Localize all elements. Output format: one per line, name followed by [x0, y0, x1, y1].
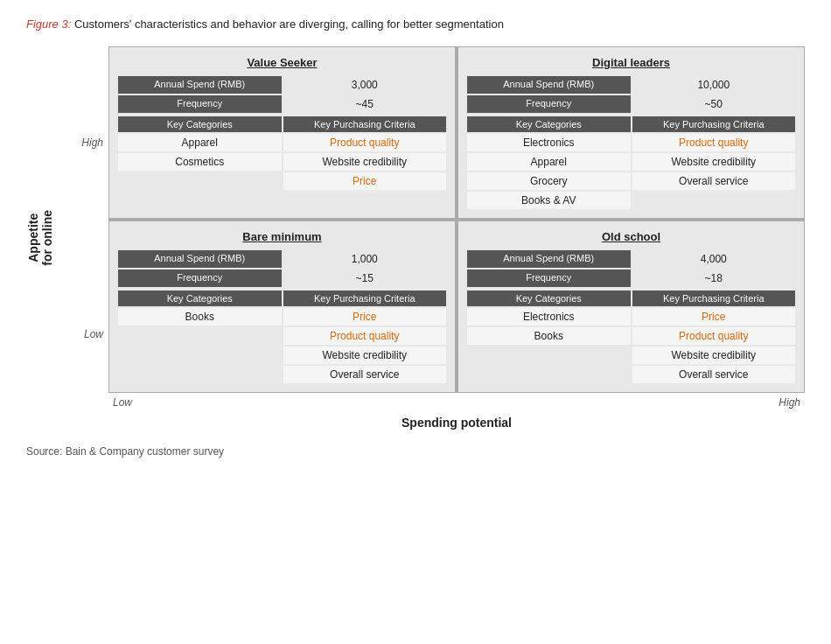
- value-seeker-annual-spend-row: Annual Spend (RMB) 3,000: [118, 76, 446, 94]
- x-label-low: Low: [108, 396, 136, 409]
- bm-freq-row: Frequency ~15: [118, 270, 446, 287]
- digital-leaders-title: Digital leaders: [467, 56, 795, 69]
- os-categories-col: Electronics Books: [467, 308, 631, 383]
- bm-annual-label: Annual Spend (RMB): [118, 250, 282, 268]
- list-item: Electronics: [467, 308, 631, 326]
- vs-cat-header: Key Categories: [118, 116, 282, 132]
- vs-categories-col: Apparel Cosmetics: [118, 134, 282, 190]
- vs-annual-label: Annual Spend (RMB): [118, 76, 282, 94]
- row-labels: High Low: [65, 46, 108, 430]
- source-text: Source: Bain & Company customer survey: [26, 445, 805, 458]
- list-item: Overall service: [283, 366, 447, 383]
- list-item: Apparel: [467, 153, 631, 171]
- list-item: Overall service: [632, 366, 796, 383]
- vs-annual-value: 3,000: [283, 76, 447, 94]
- x-axis-title: Spending potential: [108, 416, 805, 430]
- row-label-low: Low: [65, 238, 103, 430]
- value-seeker-freq-row: Frequency ~45: [118, 95, 446, 113]
- bm-headers: Key Categories Key Purchasing Criteria: [118, 290, 446, 306]
- value-seeker-title: Value Seeker: [118, 56, 446, 69]
- list-item: Apparel: [118, 134, 282, 151]
- figure-label: Figure 3:: [26, 18, 71, 31]
- list-item: Website credibility: [632, 153, 796, 171]
- list-item: Product quality: [283, 134, 447, 151]
- list-item: Electronics: [467, 134, 631, 151]
- dl-freq-value: ~50: [632, 95, 796, 113]
- y-axis-title-container: Appetitefor online: [26, 210, 61, 266]
- list-item: Books & AV: [467, 192, 631, 209]
- os-freq-label: Frequency: [467, 270, 631, 287]
- os-freq-value: ~18: [632, 270, 796, 287]
- os-cat-header: Key Categories: [467, 290, 631, 306]
- row-label-high: High: [65, 46, 103, 238]
- os-purch-header: Key Purchasing Criteria: [632, 290, 796, 306]
- bm-freq-label: Frequency: [118, 270, 282, 287]
- vs-purch-header: Key Purchasing Criteria: [283, 116, 447, 132]
- dl-freq-label: Frequency: [467, 95, 631, 113]
- list-item: Price: [632, 308, 796, 326]
- os-annual-label: Annual Spend (RMB): [467, 250, 631, 268]
- list-item: Cosmetics: [118, 153, 282, 171]
- figure-caption: Figure 3: Customers' characteristics and…: [26, 18, 805, 31]
- bare-minimum-title: Bare minimum: [118, 230, 446, 243]
- segment-old-school: Old school Annual Spend (RMB) 4,000 Freq…: [458, 221, 804, 392]
- vs-freq-label: Frequency: [118, 95, 282, 113]
- bm-annual-value: 1,000: [283, 250, 447, 268]
- list-item: Website credibility: [632, 346, 796, 364]
- segment-digital-leaders: Digital leaders Annual Spend (RMB) 10,00…: [458, 47, 804, 218]
- bm-categories-col: Books: [118, 308, 282, 383]
- os-annual-spend-row: Annual Spend (RMB) 4,000: [467, 250, 795, 268]
- y-axis-title: Appetitefor online: [26, 210, 54, 266]
- dl-headers: Key Categories Key Purchasing Criteria: [467, 116, 795, 132]
- os-purchasing-col: Price Product quality Website credibilit…: [632, 308, 796, 383]
- list-item: Overall service: [632, 172, 796, 190]
- list-item: Product quality: [632, 327, 796, 345]
- list-item: Website credibility: [283, 346, 447, 364]
- list-item: Product quality: [632, 134, 796, 151]
- os-headers: Key Categories Key Purchasing Criteria: [467, 290, 795, 306]
- os-data: Electronics Books Price Product quality …: [467, 308, 795, 383]
- x-label-high: High: [774, 396, 805, 409]
- dl-data: Electronics Apparel Grocery Books & AV P…: [467, 134, 795, 209]
- dl-categories-col: Electronics Apparel Grocery Books & AV: [467, 134, 631, 209]
- x-axis-labels: Low High: [108, 393, 805, 412]
- value-seeker-data: Apparel Cosmetics Product quality Websit…: [118, 134, 446, 190]
- bm-annual-spend-row: Annual Spend (RMB) 1,000: [118, 250, 446, 268]
- list-item: Product quality: [283, 327, 447, 345]
- bm-cat-header: Key Categories: [118, 290, 282, 306]
- bm-purchasing-col: Price Product quality Website credibilit…: [283, 308, 447, 383]
- dl-cat-header: Key Categories: [467, 116, 631, 132]
- list-item: Grocery: [467, 172, 631, 190]
- list-item: Books: [467, 327, 631, 345]
- vs-purchasing-col: Product quality Website credibility Pric…: [283, 134, 447, 190]
- list-item: Website credibility: [283, 153, 447, 171]
- dl-purchasing-col: Product quality Website credibility Over…: [632, 134, 796, 209]
- os-annual-value: 4,000: [632, 250, 796, 268]
- dl-freq-row: Frequency ~50: [467, 95, 795, 113]
- segment-value-seeker: Value Seeker Annual Spend (RMB) 3,000 Fr…: [109, 47, 455, 218]
- old-school-title: Old school: [467, 230, 795, 243]
- dl-annual-label: Annual Spend (RMB): [467, 76, 631, 94]
- list-item: Books: [118, 308, 282, 326]
- os-freq-row: Frequency ~18: [467, 270, 795, 287]
- dl-purch-header: Key Purchasing Criteria: [632, 116, 796, 132]
- list-item: Price: [283, 308, 447, 326]
- dl-annual-value: 10,000: [632, 76, 796, 94]
- figure-title: Customers' characteristics and behavior …: [74, 18, 504, 31]
- segments-grid: Value Seeker Annual Spend (RMB) 3,000 Fr…: [108, 46, 805, 393]
- bm-freq-value: ~15: [283, 270, 447, 287]
- value-seeker-headers: Key Categories Key Purchasing Criteria: [118, 116, 446, 132]
- list-item: Price: [283, 172, 447, 190]
- bm-purch-header: Key Purchasing Criteria: [283, 290, 447, 306]
- dl-annual-spend-row: Annual Spend (RMB) 10,000: [467, 76, 795, 94]
- vs-freq-value: ~45: [283, 95, 447, 113]
- segment-bare-minimum: Bare minimum Annual Spend (RMB) 1,000 Fr…: [109, 221, 455, 392]
- bm-data: Books Price Product quality Website cred…: [118, 308, 446, 383]
